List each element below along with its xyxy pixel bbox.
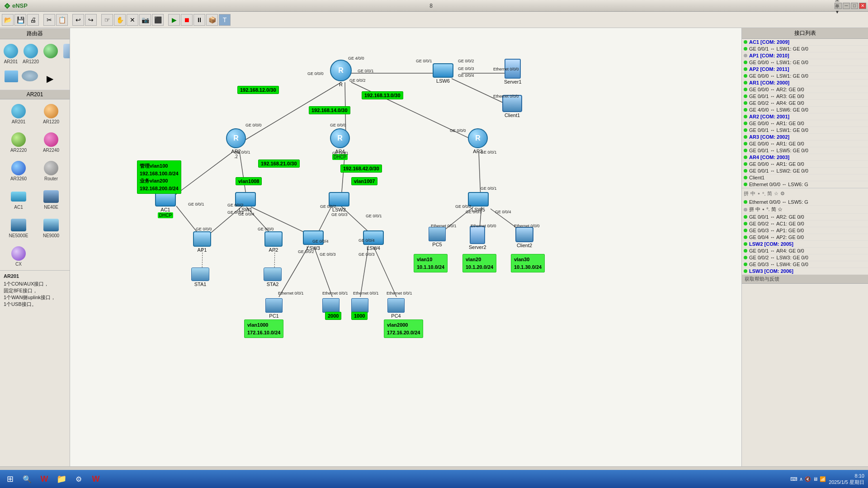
node-lsw2[interactable]: LSW2 [329,192,349,212]
device-ar1220[interactable]: AR1220 [36,102,66,125]
node-r1[interactable]: R [330,60,352,87]
iface-row[interactable]: AP1 [COM: 2010] [742,52,868,59]
screenshot-btn[interactable]: 📷 [139,14,151,26]
device-item-cloud-icon[interactable] [21,70,39,88]
titlebar-left: eNSP [0,2,28,9]
device-item-pc-icon[interactable] [4,70,19,88]
iface-row[interactable]: GE 0/0/1 ↔ LSW2: GE 0/0 [742,168,868,174]
iface-row[interactable]: 拼 中 ∘ °. 简 ☆ [742,206,868,214]
wps-btn[interactable]: W [88,471,104,487]
iface-row[interactable]: AC1 [COM: 2009] [742,39,868,46]
iface-row[interactable]: GE 0/0/0 ↔ AR1: GE 0/0 [742,161,868,168]
get-help-link[interactable]: 获取帮助与反馈 [742,275,868,284]
iface-row[interactable]: GE 0/0/4 ↔ AP2: GE 0/0 [742,234,868,241]
pause-btn[interactable]: ⏸ [193,14,205,26]
device-ac1-left[interactable]: AC1 [4,188,33,211]
device-item-ar1220[interactable]: AR1220 [22,42,40,65]
term-btn[interactable]: T [219,14,231,26]
device-ar201[interactable]: AR201 [4,102,33,125]
canvas-scroll[interactable]: R LSW6 Server1 Client1 [70,28,741,466]
node-sta2[interactable]: STA2 [264,267,282,287]
node-ap2[interactable]: AP2 [264,231,283,253]
node-pc1[interactable]: PC1 [265,298,283,319]
print-btn[interactable]: 🖨 [27,14,39,26]
iface-text: GE 0/0/1 ↔ AR3: GE 0/0 [749,94,804,99]
iface-row[interactable]: GE 0/0/1 ↔ AR3: GE 0/0 [742,93,868,100]
device-cx[interactable]: CX [4,244,33,267]
device-router[interactable]: Router [36,159,66,182]
iface-row[interactable]: LSW2 [COM: 2005] [742,241,868,248]
iface-row[interactable]: GE 0/0/0 ↔ AR1: GE 0/0 [742,141,868,147]
iface-row[interactable]: GE 0/0/0 ↔ LSW1: GE 0/0 [742,73,868,80]
iface-row[interactable]: AP2 [COM: 2011] [742,66,868,73]
node-sta1[interactable]: STA1 [191,267,209,287]
delete-btn[interactable]: ✕ [127,14,138,26]
iface-row[interactable]: GE 0/0/2 ↔ AC1: GE 0/0 [742,221,868,227]
node-lsw6[interactable]: LSW6 [433,63,453,84]
open-btn[interactable]: 📂 [2,14,14,26]
redo-btn[interactable]: ↪ [85,14,97,26]
iface-row[interactable]: GE 0/0/1 ↔ LSW5: GE 0/0 [742,147,868,154]
device-ar3260[interactable]: AR3260 [4,159,33,182]
stop-btn[interactable]: ⏹ [181,14,193,26]
iface-row[interactable]: GE 0/0/0 ↔ AR1: GE 0/0 [742,120,868,127]
node-lsw1[interactable]: LSW1 [235,192,256,212]
file-btn[interactable]: 📁 [53,471,70,487]
canvas-area[interactable]: R LSW6 Server1 Client1 [70,28,741,466]
device-item-ar201-main[interactable]: AR201 [2,42,20,65]
iface-row[interactable]: GE 0/0/1 ↔ LSW1: GE 0/0 [742,46,868,52]
cut-btn[interactable]: ✂ [43,14,55,26]
titlebar-controls[interactable]: 菜单▼ ─ □ ✕ [835,3,868,9]
menu-btn[interactable]: 菜单▼ [835,3,842,9]
iface-row[interactable]: GE 0/0/3 ↔ LSW4: GE 0/0 [742,261,868,268]
iface-row[interactable]: GE 4/0/0 ↔ LSW6: GE 0/0 [742,107,868,113]
device-ne9000[interactable]: NE9000 [36,216,66,239]
iface-row[interactable]: GE 0/0/1 ↔ AR2: GE 0/0 [742,214,868,221]
iface-row[interactable]: GE 0/0/2 ↔ AR4: GE 0/0 [742,100,868,107]
device-item-ne5000e-r[interactable] [61,42,70,65]
device-item-arrow-icon[interactable]: ▶ [41,70,59,88]
paste-btn[interactable]: 📋 [56,14,68,26]
rect-btn[interactable]: ⬛ [152,14,164,26]
device-ne5000e[interactable]: NE5000E [4,216,33,239]
device-ne40e[interactable]: NE40E [36,188,66,211]
iface-row[interactable]: AR1 [COM: 2000] [742,80,868,86]
iface-row[interactable]: GE 0/0/2 ↔ LSW3: GE 0/0 [742,254,868,261]
iface-row[interactable]: Ethernet 0/0/0 ↔ LSW5: G [742,199,868,206]
search-btn[interactable]: 🔍 [19,471,35,487]
network-btn[interactable]: 📦 [206,14,218,26]
undo-btn[interactable]: ↩ [72,14,84,26]
settings-btn[interactable]: ⚙ [71,471,87,487]
device-ar2240[interactable]: AR2240 [36,131,66,154]
hand-btn[interactable]: ✋ [114,14,126,26]
node-pc4[interactable]: PC4 [387,298,405,319]
node-ac1[interactable]: AC1 DHCP [155,192,176,218]
play-btn[interactable]: ▶ [168,14,180,26]
device-ar2220[interactable]: AR2220 [4,131,33,154]
device-item-ne40e-r[interactable] [42,42,60,65]
maximize-btn[interactable]: □ [851,3,858,9]
clock[interactable]: 8:10 2025/1/5 星期日 [829,473,864,486]
node-client2[interactable]: Client2 [515,227,533,248]
close-btn[interactable]: ✕ [859,3,866,9]
iface-row[interactable]: GE 0/0/3 ↔ AP1: GE 0/0 [742,227,868,234]
iface-row[interactable]: AR3 [COM: 2002] [742,134,868,141]
iface-row[interactable]: Ethernet 0/0/0 ↔ LSW6: G [742,181,868,188]
node-pc5[interactable]: PC5 [429,227,446,247]
node-server1[interactable]: Server1 [504,59,522,84]
browser-btn[interactable]: W [36,471,52,487]
iface-row[interactable]: GE 0/0/1 ↔ AR4: GE 0/0 [742,248,868,254]
pointer-btn[interactable]: ☞ [101,14,113,26]
minimize-btn[interactable]: ─ [843,3,850,9]
iface-row[interactable]: GE 0/0/0 ↔ AR2: GE 0/0 [742,86,868,93]
node-server2[interactable]: Server2 [469,226,486,250]
save-btn[interactable]: 💾 [14,14,26,26]
iface-row[interactable]: AR4 [COM: 2003] [742,154,868,161]
node-ap1[interactable]: AP1 [193,231,211,253]
start-btn[interactable]: ⊞ [2,471,18,487]
iface-row[interactable]: LSW3 [COM: 2006] [742,268,868,275]
iface-row[interactable]: AR2 [COM: 2001] [742,113,868,120]
iface-row[interactable]: Client1 [742,174,868,181]
iface-row[interactable]: GE 0/0/1 ↔ LSW1: GE 0/0 [742,127,868,134]
iface-row[interactable]: GE 0/0/0 ↔ LSW1: GE 0/0 [742,59,868,66]
